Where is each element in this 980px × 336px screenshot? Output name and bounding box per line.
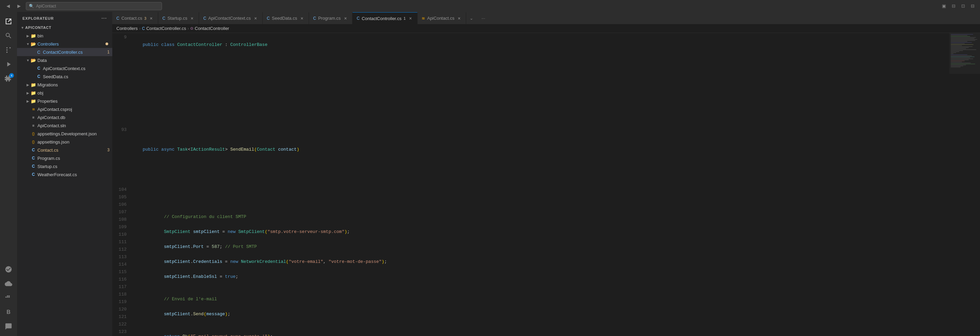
migrations-arrow: ▶ [25, 83, 30, 87]
tab-contactcontroller-close[interactable]: × [408, 16, 413, 21]
breadcrumb-controllers[interactable]: Controllers [116, 26, 138, 31]
minimize-button[interactable]: ⊟ [950, 3, 957, 10]
chat-activity-icon[interactable] [2, 320, 15, 333]
back-button[interactable]: ◀ [4, 2, 12, 10]
sidebar: Explorateur ··· ▼ APICONTACT ▶ 📁 bin ▼ 📂 [17, 12, 112, 336]
breadcrumb-class[interactable]: ContactController [195, 26, 229, 31]
search-icon: 🔍 [29, 4, 34, 8]
sidebar-item-program[interactable]: C Program.cs [17, 154, 112, 162]
apicontactcontext-label: ApiContactContext.cs [43, 66, 110, 71]
seeddata-label: SeedData.cs [43, 74, 110, 79]
test-activity-icon[interactable] [2, 277, 15, 290]
controllers-folder-icon: 📂 [30, 41, 36, 47]
sidebar-item-seeddata[interactable]: C SeedData.cs [17, 73, 112, 81]
forward-button[interactable]: ▶ [15, 2, 23, 10]
appsettings-dev-file-icon: {} [30, 131, 36, 136]
sidebar-item-db[interactable]: ≡ ApiContact.db [17, 113, 112, 121]
tab-apicontact-rss-close[interactable]: × [456, 16, 462, 21]
migrations-folder-icon: 📁 [30, 82, 36, 87]
code-editor: 9 93 104 105 106 107 108 109 110 111 112… [112, 33, 980, 336]
tabs-more-button[interactable]: ··· [476, 12, 490, 24]
sidebar-item-bin[interactable]: ▶ 📁 bin [17, 32, 112, 40]
sidebar-item-startup[interactable]: C Startup.cs [17, 162, 112, 170]
docker-activity-icon[interactable] [2, 291, 15, 305]
tab-program-close[interactable]: × [343, 16, 348, 21]
sidebar-item-weatherforecast[interactable]: C WeatherForecast.cs [17, 170, 112, 179]
tab-contactcontroller[interactable]: C ContactController.cs 1 × [353, 12, 417, 24]
navigation-buttons: ◀ ▶ 🔍 ApiContact [4, 2, 162, 10]
tab-contact-icon: C [116, 16, 119, 21]
tab-apicontactcontext-icon: C [203, 16, 206, 21]
tab-seeddata[interactable]: C SeedData.cs × [263, 12, 309, 24]
breadcrumb-file[interactable]: ContactController.cs [146, 26, 186, 31]
tab-apicontactcontext-close[interactable]: × [253, 16, 258, 21]
breadcrumb-sep-1: › [139, 26, 140, 31]
svg-rect-0 [5, 296, 7, 298]
controllers-label: Controllers [37, 41, 105, 47]
csproj-label: ApiContact.csproj [37, 107, 110, 112]
csproj-file-icon: ≋ [30, 106, 36, 112]
appsettings-file-icon: {} [30, 139, 36, 144]
obj-label: obj [37, 90, 110, 95]
obj-folder-icon: 📁 [30, 90, 36, 95]
tab-program[interactable]: C Program.cs × [309, 12, 353, 24]
maximize-button[interactable]: ⊡ [959, 3, 966, 10]
tab-contact-close[interactable]: × [148, 16, 154, 21]
tab-apicontact-rss[interactable]: ≋ ApiContact.cs × [417, 12, 466, 24]
tab-seeddata-close[interactable]: × [299, 16, 305, 21]
program-label: Program.cs [37, 156, 110, 161]
sidebar-item-data[interactable]: ▼ 📂 Data [17, 56, 112, 64]
search-activity-icon[interactable] [2, 29, 15, 43]
sidebar-more-button[interactable]: ··· [102, 15, 107, 21]
layout-icon[interactable]: ▣ [940, 3, 947, 10]
sidebar-item-appsettings[interactable]: {} appsettings.json [17, 138, 112, 146]
code-content[interactable]: public class ContactController : Control… [129, 33, 950, 336]
source-control-activity-icon[interactable] [2, 43, 15, 57]
sidebar-item-appsettings-dev[interactable]: {} appsettings.Development.json [17, 130, 112, 138]
breadcrumb-sep-2: › [188, 26, 189, 31]
seeddata-file-icon: C [36, 74, 41, 79]
root-label: APICONTACT [25, 25, 110, 30]
root-arrow: ▼ [20, 26, 25, 30]
sidebar-item-obj[interactable]: ▶ 📁 obj [17, 89, 112, 97]
tab-startup[interactable]: C Startup.cs × [158, 12, 199, 24]
tabs-overflow-button[interactable]: ⌄ [466, 12, 476, 24]
remote-activity-icon[interactable] [2, 263, 15, 276]
db-label: ApiContact.db [37, 115, 110, 120]
explorer-activity-icon[interactable] [2, 14, 15, 28]
tab-apicontactcontext-label: ApiContactContext.cs [208, 16, 251, 21]
sln-file-icon: ≡ [30, 123, 36, 128]
sln-label: ApiContact.sln [37, 123, 110, 128]
sidebar-item-contact[interactable]: C Contact.cs 3 [17, 146, 112, 154]
tab-apicontactcontext[interactable]: C ApiContactContext.cs × [199, 12, 263, 24]
search-bar[interactable]: 🔍 ApiContact [26, 2, 162, 10]
contactcontroller-label: ContactController.cs [43, 50, 105, 55]
appsettings-dev-label: appsettings.Development.json [37, 131, 110, 136]
tab-contact[interactable]: C Contact.cs 3 × [112, 12, 158, 24]
sidebar-item-migrations[interactable]: ▶ 📁 Migrations [17, 81, 112, 89]
sidebar-item-apicontactcontext[interactable]: C ApiContactContext.cs [17, 64, 112, 73]
controllers-arrow: ▼ [25, 42, 30, 46]
contact-file-icon: C [30, 147, 36, 153]
editor-area: C Contact.cs 3 × C Startup.cs × C ApiCon… [112, 12, 980, 336]
split-icon[interactable]: ⊟ [969, 3, 976, 10]
svg-rect-4 [8, 296, 10, 296]
data-label: Data [37, 58, 110, 63]
tab-startup-close[interactable]: × [189, 16, 195, 21]
sidebar-item-sln[interactable]: ≡ ApiContact.sln [17, 121, 112, 130]
weatherforecast-file-icon: C [30, 172, 36, 177]
minimap [950, 33, 980, 336]
sidebar-item-controllers[interactable]: ▼ 📂 Controllers [17, 40, 112, 48]
sidebar-item-properties[interactable]: ▶ 📁 Properties [17, 97, 112, 105]
run-activity-icon[interactable] [2, 57, 15, 71]
search-text: ApiContact [36, 4, 56, 8]
tab-startup-label: Startup.cs [167, 16, 188, 21]
main-layout: 4 B Explorateur ··· ▼ APICONTACT [0, 12, 980, 336]
nuget-activity-icon[interactable]: B [2, 305, 15, 319]
weatherforecast-label: WeatherForecast.cs [37, 172, 110, 177]
extensions-activity-icon[interactable]: 4 [2, 72, 15, 86]
tab-contactcontroller-label: ContactController.cs [362, 16, 401, 21]
sidebar-item-csproj[interactable]: ≋ ApiContact.csproj [17, 105, 112, 113]
sidebar-root[interactable]: ▼ APICONTACT [17, 24, 112, 32]
sidebar-item-contactcontroller[interactable]: C ContactController.cs 1 [17, 48, 112, 56]
